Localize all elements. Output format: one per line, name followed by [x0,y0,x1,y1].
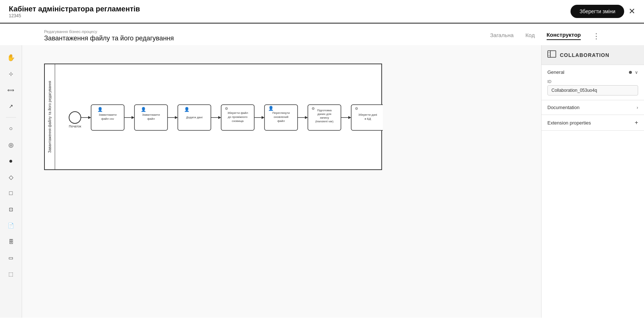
toolbar-separator [6,117,16,118]
breadcrumb-right: Загальна Код Конструктор ⋮ [490,32,600,40]
bpmn-diagram: Завантаження файлу та його редагування П… [44,64,382,170]
arrow6-head [305,116,308,119]
arrow1-head [88,116,91,119]
panel-title: COLLABORATION [560,52,609,58]
gateway-tool[interactable]: ◇ [4,170,18,184]
create-connect-tool[interactable]: ↗ [4,100,18,113]
task6-type-icon: ⚙ [312,107,315,111]
extension-label: Extension properties [547,120,591,126]
hand-tool[interactable]: ✋ [4,51,18,64]
app-header: Кабінет адміністратора регламентів 12345… [0,0,644,24]
documentation-link-row[interactable]: Documentation › [542,100,644,115]
task7-type-icon: ⚙ [355,107,358,111]
general-dot-indicator [629,71,632,74]
arrow7-head [348,116,351,119]
task7-label-line1: Зберегти дані [358,113,377,116]
task-tool[interactable]: □ [4,187,18,200]
id-field-container: ID [542,79,644,100]
id-field-input[interactable] [547,85,638,95]
panel-section-general: General ∨ ID [542,65,644,100]
task1-label-line1: Завантажити [99,113,116,116]
panel-header: COLLABORATION [542,45,644,65]
bpmn-flow-svg: Початок 👤 Завантажити файл csv 👤 Заванта… [55,64,383,171]
panel-section-general-header[interactable]: General ∨ [542,65,644,79]
panel-section-extension: Extension properties + [542,115,644,131]
connect-tool[interactable]: ⟺ [4,83,18,97]
header-right: Зберегти зміни ✕ [571,5,635,18]
task4-type-icon: ⚙ [225,107,228,111]
documentation-label: Documentation [547,105,579,110]
subprocess-tool[interactable]: ⊡ [4,203,18,216]
arrow3-head [175,116,178,119]
panel-section-documentation: Documentation › [542,100,644,115]
task4-label-line3: сховища [232,119,244,123]
extension-link-row[interactable]: Extension properties + [542,115,644,130]
app-title: Кабінет адміністратора регламентів [9,5,140,13]
task6-label-line3: запису [320,116,329,119]
intermediate-event-tool[interactable]: ◎ [4,138,18,151]
pool-label-text: Завантаження файлу та його редагування [48,81,52,153]
frame-tool[interactable]: ⬚ [4,267,18,281]
arrow5-head [262,116,265,119]
start-event-tool[interactable]: ○ [4,122,18,135]
task6-label-line1: Підготовка [317,109,332,112]
breadcrumb-label: Редагування бізнес-процесу [44,29,174,34]
general-section-title: General [547,69,564,75]
breadcrumb-title: Завантаження файлу та його редагування [44,35,174,42]
end-event-tool[interactable]: ● [4,154,18,167]
right-panel: COLLABORATION General ∨ ID Documentation… [541,45,644,318]
task4-label-line1: Зберегти файл [227,111,248,115]
general-section-actions: ∨ [629,70,638,75]
pool-tool[interactable]: ▭ [4,251,18,264]
breadcrumb-bar: Редагування бізнес-процесу Завантаження … [0,26,644,45]
header-left: Кабінет адміністратора регламентів 12345 [9,5,140,18]
task5-label-line2: оновлений [274,115,288,119]
lasso-tool[interactable]: ⊹ [4,67,18,80]
arrow4-head [218,116,221,119]
arrow2-head [132,116,134,119]
close-button[interactable]: ✕ [629,7,635,16]
extension-plus-icon[interactable]: + [635,119,638,126]
canvas-area[interactable]: Завантаження файлу та його редагування П… [22,45,541,318]
pool-label: Завантаження файлу та його редагування [45,64,55,169]
main-layout: ✋ ⊹ ⟺ ↗ ○ ◎ ● ◇ □ ⊡ 📄 🗄 ▭ ⬚ Завантаження… [0,45,644,318]
task6-label-line4: (transient var) [315,120,334,123]
task6-label-line2: даних для [317,112,331,116]
svg-rect-2 [548,53,550,55]
start-event-label: Початок [69,125,81,128]
task3-label: Додати дані [186,116,203,119]
task2-label-line1: Завантажити [142,113,160,116]
task1-label-line2: файл csv [101,117,114,120]
task5-label-line3: файл [277,119,285,123]
svg-rect-0 [548,51,556,57]
breadcrumb-left: Редагування бізнес-процесу Завантаження … [44,29,174,42]
collaboration-icon [547,50,556,59]
task3-type-icon: 👤 [184,107,190,112]
data-object-tool[interactable]: 📄 [4,219,18,232]
tab-code[interactable]: Код [525,32,535,40]
more-button[interactable]: ⋮ [593,32,600,40]
id-field-label: ID [547,79,638,84]
left-toolbar: ✋ ⊹ ⟺ ↗ ○ ◎ ● ◇ □ ⊡ 📄 🗄 ▭ ⬚ [0,45,22,318]
task1-type-icon: 👤 [97,107,103,112]
task4-label-line2: до проміжного [228,115,248,119]
data-store-tool[interactable]: 🗄 [4,235,18,248]
save-button[interactable]: Зберегти зміни [571,5,624,18]
tab-general[interactable]: Загальна [490,32,514,40]
general-chevron-icon: ∨ [635,70,638,75]
tab-constructor[interactable]: Конструктор [547,32,581,40]
start-event[interactable] [69,112,81,123]
task2-label-line2: файл [147,117,155,120]
task2-type-icon: 👤 [141,107,146,112]
task5-label-line1: Переглянути [272,111,289,115]
task7-label-line2: в БД [364,117,371,120]
task5-type-icon: 👤 [268,105,274,111]
app-subtitle: 12345 [9,13,140,18]
documentation-chevron-icon: › [637,105,638,110]
